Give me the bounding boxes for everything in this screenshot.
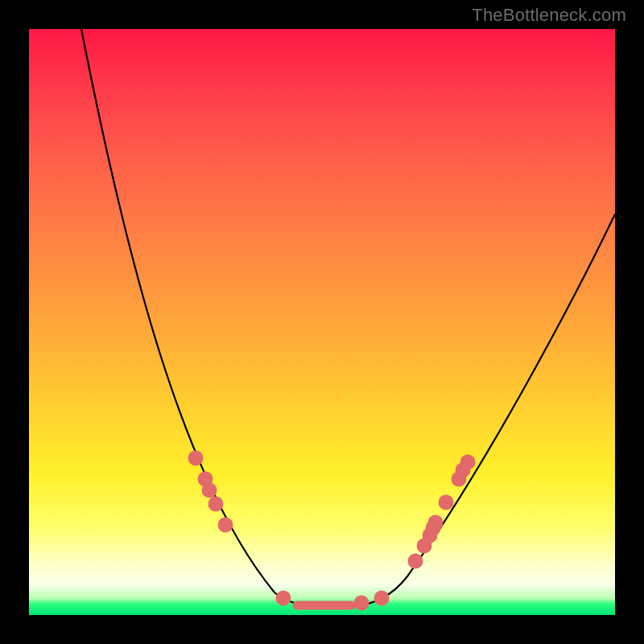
marker-dot (428, 515, 444, 530)
marker-dot (460, 455, 476, 470)
marker-dot (374, 591, 390, 606)
marker-dot (208, 497, 224, 512)
marker-dot (408, 554, 423, 569)
plot-area (29, 29, 615, 615)
bottleneck-curve (81, 29, 615, 605)
marker-dot (188, 451, 204, 466)
marker-dot (354, 596, 369, 611)
watermark-text: TheBottleneck.com (472, 5, 626, 26)
marker-group (188, 451, 476, 611)
marker-dot (202, 483, 217, 498)
marker-dot (218, 518, 233, 533)
marker-dot (439, 495, 454, 510)
marker-dot (276, 591, 291, 606)
outer-frame: TheBottleneck.com (0, 0, 644, 644)
chart-svg (29, 29, 615, 615)
